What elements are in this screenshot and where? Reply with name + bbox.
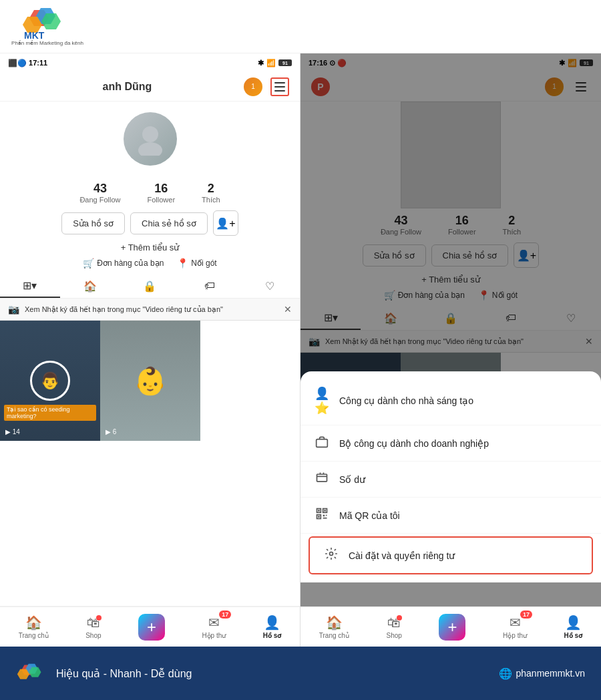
right-stat-following: 43 Đang Follow — [381, 214, 421, 236]
right-notif-text: Xem Nhật ký đã hết hạn trong mục "Video … — [325, 337, 580, 346]
right-tab-home[interactable]: 🏠 — [361, 306, 421, 330]
video-bg-1: 👨 — [0, 321, 100, 441]
right-tab-lock[interactable]: 🔒 — [421, 306, 481, 330]
right-hamburger-line-2 — [576, 86, 586, 88]
right-menu-qr[interactable]: Mã QR của tôi — [300, 498, 601, 534]
left-notif-banner: 📷 Xem Nhật ký đã hết hạn trong mục "Vide… — [0, 299, 300, 321]
left-nav-shop[interactable]: 🛍 Shop — [85, 615, 101, 639]
left-add-bio[interactable]: + Thêm tiểu sử — [0, 242, 300, 252]
right-stat-likes: 2 Thích — [503, 214, 522, 236]
svg-rect-14 — [324, 510, 326, 512]
left-time: ⬛🔵 17:11 — [8, 59, 47, 67]
left-notif-text: Xem Nhật ký đã hết hạn trong mục "Video … — [25, 305, 278, 314]
right-nav-inbox[interactable]: ✉ 17 Hộp thư — [503, 615, 527, 639]
add-button[interactable]: + — [138, 614, 165, 641]
right-header-icons: 1 — [545, 77, 590, 96]
right-hamburger-line-3 — [576, 90, 586, 92]
video-bg-2: 👶 — [100, 321, 200, 441]
left-stat-likes: 2 Thích — [202, 182, 220, 204]
left-follower-label: Follower — [148, 196, 176, 204]
left-tab-lock[interactable]: 🔒 — [120, 274, 180, 298]
left-action-buttons: Sửa hồ sơ Chia sẻ hồ sơ 👤+ — [11, 210, 289, 236]
svg-point-5 — [142, 126, 158, 142]
right-avatar[interactable]: 1 — [545, 77, 564, 96]
business-tools-label: Bộ công cụ dành cho doanh nghiệp — [339, 438, 489, 449]
settings-icon — [323, 547, 339, 564]
left-status-icons: ✱ 📶 91 — [258, 59, 292, 67]
right-profile-image — [401, 102, 501, 208]
left-nav-inbox[interactable]: ✉ 17 Hộp thư — [202, 615, 226, 639]
left-notif-icon: 📷 — [8, 304, 19, 315]
right-nav-shop[interactable]: 🛍 Shop — [387, 615, 402, 639]
svg-rect-19 — [323, 518, 327, 519]
right-nav-home[interactable]: 🏠 Trang chủ — [319, 615, 349, 639]
right-noi-got-button[interactable]: 📍 Nối gót — [478, 290, 518, 301]
right-menu-business-tools[interactable]: Bộ công cụ dành cho doanh nghiệp — [300, 425, 601, 462]
left-nav-add[interactable]: + — [138, 614, 165, 641]
right-home-icon: 🏠 — [326, 615, 343, 631]
left-avatar[interactable]: 1 — [244, 77, 262, 96]
right-add-bio[interactable]: + Thêm tiểu sử — [300, 275, 601, 285]
main-area: ⬛🔵 17:11 ✱ 📶 91 anh Dũng 1 — [0, 53, 601, 647]
left-tab-bar: ⊞▾ 🏠 🔒 🏷 ♡ — [0, 274, 300, 299]
right-p-badge[interactable]: P — [311, 77, 330, 96]
right-follower-label: Follower — [448, 228, 476, 236]
left-edit-profile-button[interactable]: Sửa hồ sơ — [61, 212, 125, 234]
left-tab-grid[interactable]: ⊞▾ — [0, 274, 60, 298]
bluetooth-icon: ✱ — [258, 59, 264, 67]
svg-rect-9 — [320, 473, 321, 475]
phone-left: ⬛🔵 17:11 ✱ 📶 91 anh Dũng 1 — [0, 53, 300, 647]
footer-tagline: Hiệu quả - Nhanh - Dễ dùng — [56, 667, 192, 680]
right-edit-profile-button[interactable]: Sửa hồ sơ — [363, 244, 426, 267]
right-add-friend-button[interactable]: 👤+ — [514, 242, 539, 268]
right-nav-profile[interactable]: 👤 Hồ sơ — [564, 615, 583, 639]
right-stat-follower: 16 Follower — [448, 214, 476, 236]
left-noi-got-button[interactable]: 📍 Nối gót — [177, 258, 216, 269]
left-video-thumb-1[interactable]: 👨 Tại sao cần có seeding marketing? ▶ 14 — [0, 321, 100, 441]
left-nav-profile[interactable]: 👤 Hồ sơ — [263, 615, 282, 639]
avatar-svg — [134, 122, 167, 156]
right-tab-tag[interactable]: 🏷 — [481, 306, 541, 330]
right-status-bar: 17:16 ⊙ 🔴 ✱ 📶 91 — [300, 53, 601, 72]
signal-icon: 📶 — [266, 59, 276, 67]
right-battery-icon: 91 — [580, 59, 593, 66]
balance-svg — [315, 471, 329, 484]
svg-rect-7 — [317, 440, 328, 448]
left-header-icons: 1 — [244, 77, 289, 96]
right-menu-balance[interactable]: Số dư — [300, 462, 601, 498]
right-add-button[interactable]: + — [439, 614, 465, 641]
left-profile-section — [0, 102, 300, 176]
left-nav-home[interactable]: 🏠 Trang chủ — [19, 615, 49, 639]
right-notif-close[interactable]: ✕ — [585, 336, 593, 347]
left-notif-close[interactable]: ✕ — [284, 304, 292, 315]
right-nav-add[interactable]: + — [439, 614, 465, 641]
right-follower-count: 16 — [455, 214, 469, 228]
left-tab-heart[interactable]: ♡ — [240, 274, 300, 298]
right-menu-creator-tools[interactable]: 👤⭐ Công cụ dành cho nhà sáng tạo — [300, 377, 601, 425]
globe-icon: 🌐 — [499, 667, 512, 680]
battery-icon: 91 — [278, 59, 292, 66]
balance-label: Số dư — [339, 474, 365, 485]
right-tab-grid[interactable]: ⊞▾ — [300, 306, 361, 330]
profile-icon: 👤 — [264, 615, 280, 631]
briefcase-svg — [315, 435, 329, 448]
left-add-friend-button[interactable]: 👤+ — [213, 210, 238, 236]
left-video-thumb-2[interactable]: 👶 ▶ 6 — [100, 321, 200, 441]
right-tab-heart[interactable]: ♡ — [541, 306, 601, 330]
svg-rect-17 — [323, 515, 325, 517]
left-share-profile-button[interactable]: Chia sẻ hồ sơ — [130, 212, 208, 234]
left-video-grid: 👨 Tại sao cần có seeding marketing? ▶ 14… — [0, 321, 300, 441]
svg-rect-12 — [318, 510, 320, 512]
hamburger-line-2 — [274, 86, 285, 88]
right-order-button[interactable]: 🛒 Đơn hàng của bạn — [384, 290, 465, 301]
right-share-profile-button[interactable]: Chia sẻ hồ sơ — [431, 244, 509, 267]
svg-text:MKT: MKT — [24, 30, 45, 40]
left-tab-tag[interactable]: 🏷 — [180, 274, 240, 298]
left-hamburger-icon[interactable] — [270, 77, 289, 96]
right-menu-settings[interactable]: Cài đặt và quyền riêng tư — [310, 538, 592, 573]
right-hamburger-icon[interactable] — [572, 77, 590, 96]
left-order-button[interactable]: 🛒 Đơn hàng của bạn — [83, 258, 164, 269]
left-tab-home[interactable]: 🏠 — [60, 274, 120, 298]
hamburger-line-1 — [274, 82, 285, 83]
right-hamburger-line-1 — [576, 82, 586, 83]
